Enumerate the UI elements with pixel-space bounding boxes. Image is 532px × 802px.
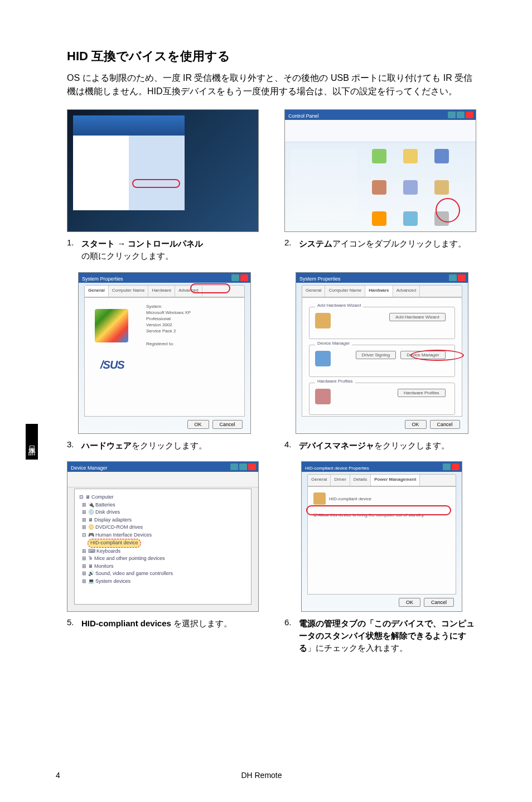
intro-paragraph: OS による制限のため、一度 IR 受信機を取り外すと、その後他の USB ポー… <box>67 71 476 98</box>
cancel-button[interactable]: Cancel <box>430 420 460 429</box>
screenshot-hid-properties-power: HID-compliant device Properties General … <box>301 461 462 612</box>
screenshot-start-menu <box>67 109 259 232</box>
doc-title-footer: DH Remote <box>241 771 282 780</box>
step-number: 6. <box>284 617 293 627</box>
screenshot-device-manager: Device Manager ⊟ 🖥 Computer ⊞ 🔌 Batterie… <box>67 461 259 612</box>
page-heading: HID 互換でバイスを使用する <box>67 48 476 65</box>
step-number: 4. <box>284 439 293 449</box>
hid-compliant-device-item[interactable]: HID-compliant device <box>88 539 141 548</box>
step-3-caption: ハードウェアをクリックします。 <box>81 439 207 452</box>
step-number: 5. <box>67 617 76 627</box>
cancel-button[interactable]: Cancel <box>212 420 243 429</box>
ok-button[interactable]: OK <box>187 420 209 429</box>
step-5-caption: HID-compliant devices を選択します。 <box>81 617 232 630</box>
device-manager-button[interactable]: Device Manager <box>400 351 445 359</box>
step-1-caption: スタート → コントロールパネルの順にクリックします。 <box>81 238 203 262</box>
ok-button[interactable]: OK <box>405 420 427 429</box>
hardware-profiles-button[interactable]: Hardware Profiles <box>398 389 446 397</box>
step-number: 2. <box>284 238 293 247</box>
page-number: 4 <box>56 771 60 780</box>
step-4-caption: デバイスマネージャをクリックします。 <box>299 439 449 452</box>
screenshot-control-panel: Control Panel <box>284 109 476 232</box>
side-language-tab: 日本語 <box>26 424 38 460</box>
add-hardware-wizard-button[interactable]: Add Hardware Wizard <box>389 313 445 321</box>
driver-signing-button[interactable]: Driver Signing <box>356 351 396 359</box>
step-6-caption: 電源の管理タブの「このデバイスで、コンピュータのスタンバイ状態を解除できるように… <box>299 617 476 654</box>
screenshot-system-properties-general: System Properties General Computer Name … <box>78 272 251 434</box>
step-2-caption: システムアイコンをダブルクリックします。 <box>299 238 466 250</box>
cancel-button[interactable]: Cancel <box>424 598 454 607</box>
screenshot-system-properties-hardware: System Properties General Computer Name … <box>296 272 468 434</box>
step-number: 3. <box>67 439 76 449</box>
device-tree[interactable]: ⊟ 🖥 Computer ⊞ 🔌 Batteries ⊞ 💿 Disk driv… <box>74 489 252 605</box>
asus-logo: /SUS <box>100 359 124 371</box>
step-number: 1. <box>67 238 76 247</box>
ok-button[interactable]: OK <box>399 598 420 607</box>
